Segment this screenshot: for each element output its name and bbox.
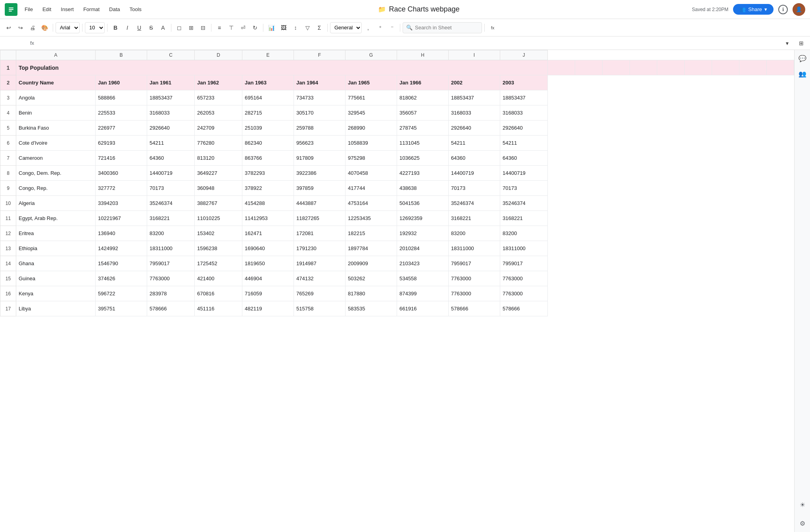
data-cell[interactable]: 1690640 (242, 241, 294, 256)
data-cell[interactable] (739, 60, 767, 75)
country-cell[interactable]: Ghana (16, 256, 96, 271)
data-cell[interactable]: 395751 (96, 301, 147, 316)
col-header-a[interactable]: A (16, 50, 96, 60)
borders-button[interactable]: ⊞ (186, 22, 197, 33)
data-cell[interactable]: 863766 (242, 151, 294, 166)
data-cell[interactable]: 3394203 (96, 196, 147, 211)
country-cell[interactable]: Libya (16, 301, 96, 316)
data-cell[interactable]: 14400719 (500, 166, 548, 181)
search-input[interactable] (415, 25, 478, 31)
data-cell[interactable]: 1791230 (294, 241, 345, 256)
data-cell[interactable]: 588866 (96, 90, 147, 105)
wrap-button[interactable]: ⏎ (238, 22, 249, 33)
data-cell[interactable]: 7959017 (500, 256, 548, 271)
bold-button[interactable]: B (110, 22, 121, 33)
sum-button[interactable]: Σ (314, 22, 325, 33)
data-cell[interactable]: 327772 (96, 181, 147, 196)
data-cell[interactable]: 242709 (195, 121, 242, 136)
redo-button[interactable]: ↪ (15, 22, 26, 33)
data-cell[interactable]: 7959017 (147, 256, 195, 271)
data-cell[interactable]: 11010225 (195, 211, 242, 226)
data-cell[interactable]: 305170 (294, 105, 345, 121)
sort-button[interactable]: ↕ (290, 22, 301, 33)
data-cell[interactable]: 2926640 (449, 121, 500, 136)
data-cell[interactable]: 83200 (500, 226, 548, 241)
data-cell[interactable]: 629193 (96, 136, 147, 151)
country-cell[interactable]: Congo, Rep. (16, 181, 96, 196)
data-cell[interactable]: 64360 (449, 151, 500, 166)
data-cell[interactable]: 283978 (147, 286, 195, 301)
data-cell[interactable]: 4443887 (294, 196, 345, 211)
data-cell[interactable]: 54211 (147, 136, 195, 151)
country-cell[interactable]: Top Population (16, 60, 548, 75)
country-cell[interactable]: Egypt, Arab Rep. (16, 211, 96, 226)
data-cell[interactable]: 18311000 (500, 241, 548, 256)
data-cell[interactable]: 356057 (397, 105, 449, 121)
merge-button[interactable]: ⊟ (198, 22, 209, 33)
data-cell[interactable]: 11827265 (294, 211, 345, 226)
paint-format-button[interactable]: 🎨 (39, 22, 50, 33)
data-cell[interactable]: 2003 (500, 75, 548, 90)
data-cell[interactable]: 661916 (397, 301, 449, 316)
font-family-select[interactable]: Arial (56, 22, 80, 33)
data-cell[interactable]: 734733 (294, 90, 345, 105)
data-cell[interactable]: Jan 1961 (147, 75, 195, 90)
data-cell[interactable]: 3168221 (147, 211, 195, 226)
data-cell[interactable]: 14400719 (147, 166, 195, 181)
fill-color-button[interactable]: ◻ (174, 22, 185, 33)
data-cell[interactable]: 18853437 (147, 90, 195, 105)
data-cell[interactable]: 35246374 (449, 196, 500, 211)
data-cell[interactable]: 7763000 (500, 271, 548, 286)
image-button[interactable]: 🖼 (278, 22, 289, 33)
data-cell[interactable]: 3168221 (500, 211, 548, 226)
data-cell[interactable]: 515758 (294, 301, 345, 316)
data-cell[interactable]: 4753164 (345, 196, 397, 211)
data-cell[interactable]: 3168033 (147, 105, 195, 121)
font-size-select[interactable]: 10 (85, 22, 105, 33)
data-cell[interactable]: 1914987 (294, 256, 345, 271)
data-cell[interactable]: Jan 1960 (96, 75, 147, 90)
country-cell[interactable]: Congo, Dem. Rep. (16, 166, 96, 181)
data-cell[interactable]: 862340 (242, 136, 294, 151)
italic-button[interactable]: I (122, 22, 133, 33)
data-cell[interactable]: 374626 (96, 271, 147, 286)
data-cell[interactable]: 4227193 (397, 166, 449, 181)
data-cell[interactable]: 482119 (242, 301, 294, 316)
data-cell[interactable]: 70173 (449, 181, 500, 196)
data-cell[interactable]: 3882767 (195, 196, 242, 211)
underline-button[interactable]: U (134, 22, 145, 33)
data-cell[interactable]: 578666 (147, 301, 195, 316)
country-cell[interactable]: Country Name (16, 75, 96, 90)
share-button[interactable]: 👥 Share ▾ (733, 4, 774, 15)
strikethrough-button[interactable]: S (146, 22, 157, 33)
data-cell[interactable]: 7763000 (500, 286, 548, 301)
col-header-i[interactable]: I (449, 50, 500, 60)
data-cell[interactable]: 259788 (294, 121, 345, 136)
data-cell[interactable]: 2926640 (147, 121, 195, 136)
data-cell[interactable]: 7763000 (449, 271, 500, 286)
col-header-j[interactable]: J (500, 50, 548, 60)
rotate-button[interactable]: ↻ (250, 22, 261, 33)
data-cell[interactable]: 534558 (397, 271, 449, 286)
data-cell[interactable]: 817880 (345, 286, 397, 301)
data-cell[interactable]: 397859 (294, 181, 345, 196)
data-cell[interactable]: 695164 (242, 90, 294, 105)
data-cell[interactable]: 583535 (345, 301, 397, 316)
avatar[interactable]: 👤 (793, 3, 805, 16)
settings-icon[interactable]: ⚙ (798, 518, 807, 529)
menu-data[interactable]: Data (105, 5, 124, 14)
col-header-h[interactable]: H (397, 50, 449, 60)
col-header-b[interactable]: B (96, 50, 147, 60)
country-cell[interactable]: Eritrea (16, 226, 96, 241)
data-cell[interactable]: Jan 1964 (294, 75, 345, 90)
data-cell[interactable]: 2103423 (397, 256, 449, 271)
data-cell[interactable]: 18311000 (147, 241, 195, 256)
data-cell[interactable]: 268990 (345, 121, 397, 136)
data-cell[interactable]: 54211 (449, 136, 500, 151)
menu-edit[interactable]: Edit (38, 5, 55, 14)
data-cell[interactable]: 503262 (345, 271, 397, 286)
halign-button[interactable]: ≡ (214, 22, 225, 33)
data-cell[interactable]: 226977 (96, 121, 147, 136)
valign-button[interactable]: ⊤ (226, 22, 237, 33)
sidebar-chat-icon[interactable]: 💬 (797, 53, 808, 64)
